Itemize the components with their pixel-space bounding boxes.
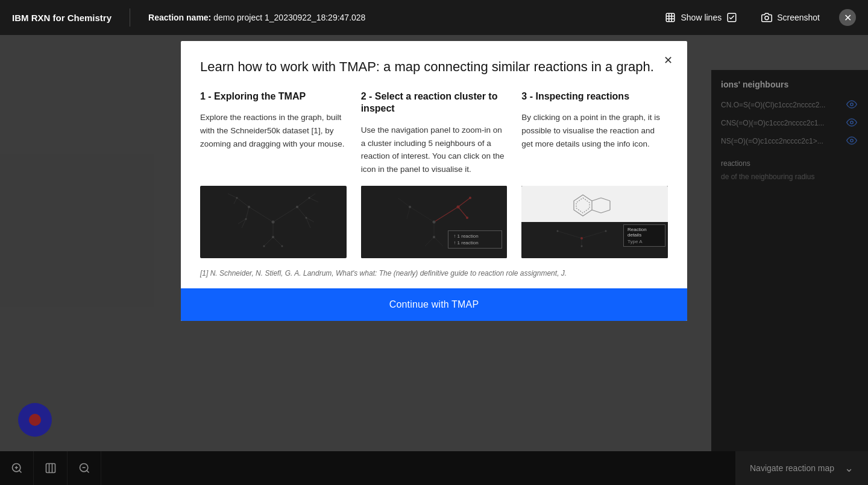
svg-point-45 (263, 245, 265, 247)
svg-point-40 (272, 236, 274, 238)
modal-header: Learn how to work with TMAP: a map conne… (181, 41, 687, 76)
step-3-column: 3 - Inspecting reactions By clicking on … (521, 90, 668, 258)
learn-tmap-modal: Learn how to work with TMAP: a map conne… (181, 41, 687, 321)
svg-line-27 (264, 237, 273, 246)
close-icon: ✕ (664, 54, 673, 67)
svg-point-44 (306, 217, 307, 218)
topbar-actions: Show lines Screenshot ✕ (660, 9, 856, 26)
modal-footer: Continue with TMAP (181, 288, 687, 321)
svg-line-29 (228, 194, 237, 198)
step-3-text: By clicking on a point in the graph, it … (521, 111, 668, 176)
step-2-column: 2 - Select a reaction cluster to inspect… (361, 90, 508, 258)
svg-line-58 (458, 207, 467, 218)
svg-line-23 (237, 198, 249, 207)
topbar-close-button[interactable]: ✕ (839, 9, 856, 26)
svg-line-67 (592, 198, 601, 201)
svg-point-46 (281, 245, 283, 247)
topbar-divider (130, 8, 130, 27)
checkbox-icon (726, 12, 737, 23)
step-3-heading: 3 - Inspecting reactions (521, 90, 668, 103)
svg-point-37 (272, 220, 275, 223)
svg-point-60 (409, 206, 411, 208)
svg-point-38 (248, 206, 250, 208)
modal-content: 1 - Exploring the TMAP Explore the react… (181, 76, 687, 288)
modal-overlay: Learn how to work with TMAP: a map conne… (0, 35, 868, 485)
svg-point-62 (456, 205, 459, 208)
svg-point-78 (581, 245, 583, 247)
step-2-image: ↑ 1 reaction ↑ 1 reaction (361, 186, 508, 258)
show-lines-button[interactable]: Show lines (660, 10, 742, 25)
svg-point-6 (765, 16, 769, 20)
lines-icon (665, 12, 676, 23)
svg-line-47 (410, 207, 434, 222)
svg-line-21 (273, 207, 297, 222)
svg-line-55 (434, 237, 443, 246)
modal-close-button[interactable]: ✕ (658, 51, 678, 70)
svg-marker-66 (576, 198, 590, 213)
svg-line-73 (582, 231, 606, 238)
svg-line-50 (398, 198, 410, 207)
svg-line-68 (592, 210, 601, 213)
svg-point-64 (466, 217, 468, 219)
reaction-name-display: Reaction name: demo project 1_20230922_1… (148, 13, 660, 22)
step-1-tmap-visual (213, 189, 333, 255)
svg-rect-0 (667, 13, 675, 22)
continue-with-tmap-button[interactable]: Continue with TMAP (181, 288, 687, 321)
step-3-molecule-visual (553, 189, 637, 219)
svg-point-43 (309, 197, 310, 198)
camera-icon (761, 12, 772, 23)
step-2-text: Use the navigation panel to zoom-in on a… (361, 124, 508, 176)
svg-point-41 (236, 197, 238, 198)
svg-line-28 (273, 237, 282, 246)
screenshot-button[interactable]: Screenshot (756, 10, 825, 25)
svg-point-75 (580, 237, 583, 239)
svg-line-20 (249, 207, 273, 222)
step-1-column: 1 - Exploring the TMAP Explore the react… (200, 90, 347, 258)
svg-line-36 (306, 218, 310, 228)
svg-line-51 (407, 207, 410, 219)
footnote: [1] N. Schneider, N. Stiefl, G. A. Landr… (200, 268, 668, 279)
step-2-heading: 2 - Select a reaction cluster to inspect (361, 90, 508, 116)
svg-line-70 (601, 210, 610, 213)
svg-point-59 (432, 220, 435, 223)
svg-line-35 (306, 218, 314, 222)
svg-point-39 (296, 206, 298, 208)
step-3-image: Reaction details Type A (521, 186, 668, 258)
brand-logo: IBM RXN for Chemistry (12, 13, 112, 23)
step-1-heading: 1 - Exploring the TMAP (200, 90, 347, 103)
svg-line-30 (234, 198, 237, 204)
svg-line-72 (558, 231, 582, 238)
step-1-image (200, 186, 347, 258)
svg-point-42 (245, 218, 247, 220)
svg-line-69 (601, 198, 610, 201)
steps-grid: 1 - Exploring the TMAP Explore the react… (200, 90, 668, 258)
svg-point-61 (433, 236, 435, 238)
step-2-infobox: ↑ 1 reaction ↑ 1 reaction (448, 230, 502, 249)
svg-line-25 (297, 198, 309, 207)
svg-point-63 (469, 197, 471, 199)
svg-point-77 (605, 230, 607, 232)
svg-line-57 (458, 198, 470, 207)
topbar: IBM RXN for Chemistry Reaction name: dem… (0, 0, 868, 35)
svg-line-24 (246, 207, 249, 219)
svg-line-32 (309, 198, 318, 202)
svg-line-31 (309, 194, 315, 198)
step-1-text: Explore the reactions in the graph, buil… (200, 111, 347, 176)
modal-title: Learn how to work with TMAP: a map conne… (200, 58, 658, 76)
svg-line-26 (297, 207, 306, 218)
svg-point-76 (557, 230, 559, 232)
svg-line-54 (425, 237, 434, 246)
svg-line-56 (434, 207, 458, 222)
